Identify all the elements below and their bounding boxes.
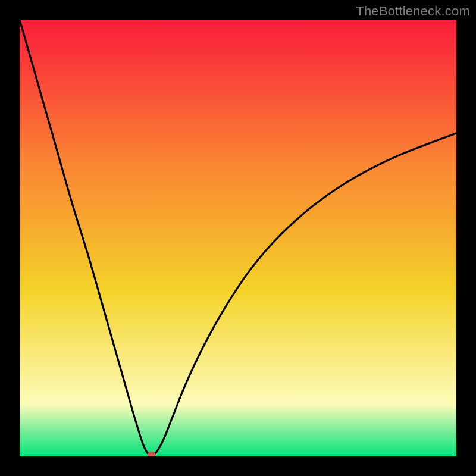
- chart-stage: TheBottleneck.com: [0, 0, 476, 476]
- chart-svg: [20, 20, 456, 456]
- plot-area: [20, 20, 456, 456]
- watermark-text: TheBottleneck.com: [356, 4, 470, 19]
- gradient-bg: [20, 20, 456, 456]
